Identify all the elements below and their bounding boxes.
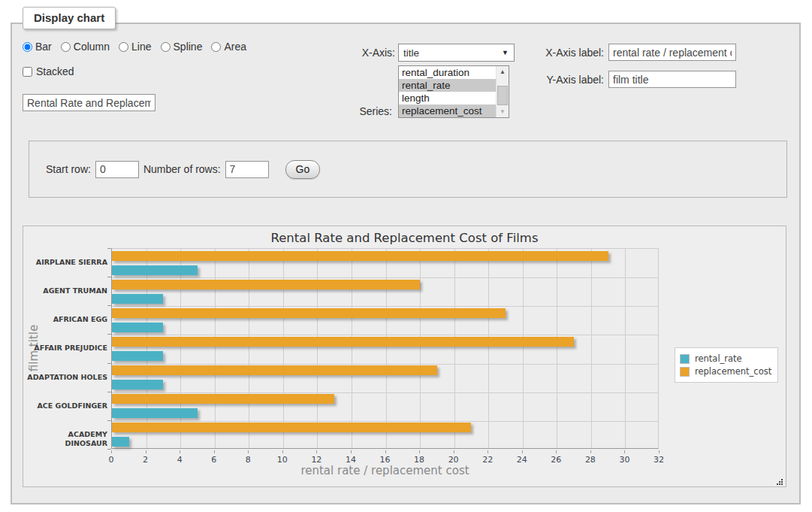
horizontal-gridline [112, 306, 658, 307]
series-options: rental_durationrental_ratelengthreplacem… [399, 66, 496, 117]
series-scrollbar[interactable]: ▲ ▼ [496, 66, 509, 117]
x-axis-tick [385, 450, 386, 453]
chart-type-option-column[interactable]: Column [61, 41, 110, 53]
x-tick-label: 14 [338, 455, 364, 465]
chart-title-input[interactable] [23, 94, 155, 111]
x-axis-tick [522, 450, 523, 453]
x-tick-label: 22 [475, 455, 500, 465]
scroll-down-icon[interactable]: ▼ [497, 106, 509, 117]
horizontal-gridline [112, 392, 658, 393]
x-axis-selected-value: title [403, 47, 419, 59]
resize-handle[interactable] [774, 475, 783, 484]
bar-rental_rate [112, 323, 163, 332]
x-tick-label: 12 [303, 455, 329, 465]
chart-legend: rental_ratereplacement_cost [675, 347, 778, 383]
x-tick-label: 0 [98, 455, 124, 465]
x-tick-label: 28 [578, 455, 603, 465]
chart-type-label-column: Column [74, 41, 110, 53]
series-option-length[interactable]: length [399, 92, 496, 105]
chart-type-radio-area[interactable] [211, 42, 221, 52]
x-axis-tick [111, 450, 112, 453]
series-option-rental_duration[interactable]: rental_duration [399, 66, 496, 79]
x-axis-tick [180, 450, 180, 453]
bar-replacement_cost [112, 280, 420, 289]
x-tick-label: 4 [167, 455, 192, 465]
display-chart-fieldset: Display chart BarColumnLineSplineArea St… [11, 23, 801, 504]
y-axis-tick [107, 449, 111, 450]
y-category-label: AIRPLANE SIERRA [23, 258, 107, 267]
bar-rental_rate [112, 437, 129, 447]
x-axis-tick [351, 450, 352, 453]
bar-replacement_cost [112, 423, 471, 432]
scrollbar-thumb[interactable] [497, 86, 508, 105]
vertical-gridline [454, 249, 455, 448]
row-range-panel: Start row: Number of rows: Go [29, 141, 787, 198]
y-axis-tick [107, 363, 111, 364]
chart-type-radio-bar[interactable] [23, 42, 32, 52]
x-tick-label: 26 [543, 455, 569, 465]
y-axis-tick [107, 392, 111, 392]
chart-type-label-bar: Bar [35, 41, 52, 53]
bar-replacement_cost [112, 251, 608, 261]
series-option-rental_rate[interactable]: rental_rate [399, 79, 496, 92]
x-axis-tick [419, 450, 420, 453]
x-axis-label-input[interactable] [608, 44, 736, 61]
chart-type-label-line: Line [131, 41, 151, 53]
stacked-option[interactable]: Stacked [23, 65, 74, 77]
series-option-replacement_cost[interactable]: replacement_cost [399, 105, 496, 117]
x-axis-label-field-label: X-Axis label: [520, 47, 604, 59]
bar-replacement_cost [112, 337, 574, 347]
y-category-label: AGENT TRUMAN [23, 286, 107, 295]
x-axis-tick [248, 450, 249, 453]
y-axis-tick [107, 277, 111, 277]
number-of-rows-label: Number of rows: [143, 163, 221, 175]
vertical-gridline [557, 249, 557, 448]
chart-title: Rental Rate and Replacement Cost of Film… [23, 231, 786, 245]
vertical-gridline [625, 249, 626, 448]
chart-type-radio-column[interactable] [61, 42, 71, 52]
chart-type-option-spline[interactable]: Spline [161, 41, 203, 53]
chart-type-radio-spline[interactable] [161, 42, 171, 52]
x-axis-tick [556, 450, 557, 453]
horizontal-gridline [112, 364, 658, 365]
x-tick-label: 10 [270, 455, 295, 465]
plot-area [111, 248, 659, 449]
scroll-up-icon[interactable]: ▲ [497, 66, 509, 77]
vertical-gridline [420, 249, 421, 448]
x-axis-tick [146, 450, 146, 453]
x-axis-tick [488, 450, 488, 453]
bar-replacement_cost [112, 308, 506, 318]
y-category-label: ADAPTATION HOLES [23, 373, 107, 382]
x-axis-tick [214, 450, 215, 453]
number-of-rows-input[interactable] [225, 161, 269, 178]
chart-type-option-line[interactable]: Line [119, 41, 151, 53]
x-axis-select[interactable]: title ▼ [398, 44, 515, 62]
x-tick-label: 16 [373, 455, 398, 465]
resize-grip-icon [774, 477, 783, 486]
series-multiselect[interactable]: rental_durationrental_ratelengthreplacem… [398, 65, 509, 118]
x-axis-tick [659, 450, 660, 453]
x-axis-tick [316, 450, 317, 453]
y-axis-label-input[interactable] [608, 71, 736, 88]
vertical-gridline [591, 249, 592, 448]
chart-type-radio-line[interactable] [119, 42, 128, 52]
go-button[interactable]: Go [285, 160, 321, 179]
y-axis-tick [107, 420, 111, 421]
chart-type-option-area[interactable]: Area [211, 41, 246, 53]
chart-type-label-spline: Spline [174, 41, 203, 53]
start-row-input[interactable] [95, 161, 139, 178]
x-tick-label: 18 [406, 455, 432, 465]
dropdown-caret-icon: ▼ [502, 49, 509, 56]
x-axis-tick [624, 450, 625, 453]
stacked-checkbox[interactable] [23, 67, 32, 77]
x-tick-label: 20 [441, 455, 466, 465]
chart-type-option-bar[interactable]: Bar [23, 41, 52, 53]
vertical-gridline [488, 249, 489, 448]
x-tick-label: 2 [133, 455, 158, 465]
bar-rental_rate [112, 351, 163, 361]
bar-replacement_cost [112, 365, 437, 375]
x-tick-label: 8 [235, 455, 261, 465]
y-category-label: ACADEMY DINOSAUR [23, 430, 107, 448]
bar-rental_rate [112, 408, 198, 418]
x-axis-tick [590, 450, 591, 453]
